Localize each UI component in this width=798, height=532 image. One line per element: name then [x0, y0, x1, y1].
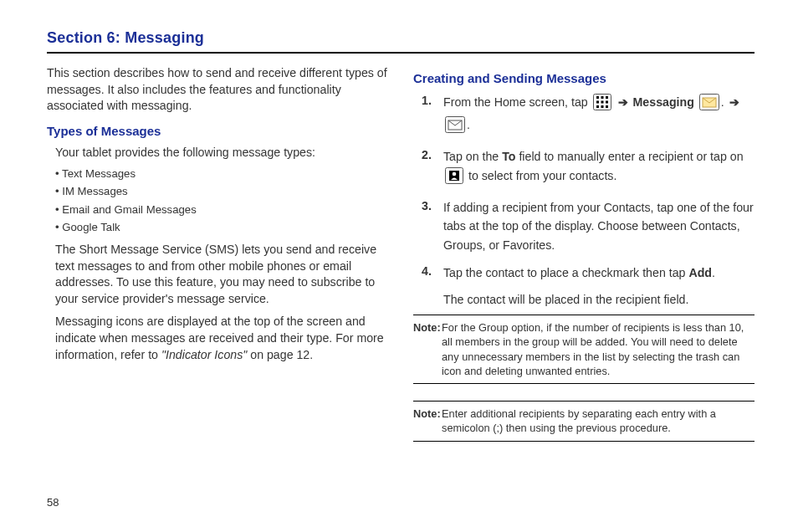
- types-heading: Types of Messages: [47, 123, 388, 141]
- manual-page: Section 6: Messaging This section descri…: [0, 0, 798, 532]
- title-rule: [47, 52, 755, 54]
- creating-heading: Creating and Sending Messages: [413, 70, 755, 88]
- step-body: Tap the contact to place a checkmark the…: [443, 263, 755, 283]
- types-lead: Your tablet provides the following messa…: [55, 145, 388, 161]
- two-column-layout: This section describes how to send and r…: [47, 65, 755, 447]
- svg-rect-8: [601, 105, 603, 108]
- arrow-icon: ➔: [729, 95, 739, 109]
- note-body: For the Group option, if the number of r…: [442, 320, 755, 378]
- note-1: Note: For the Group option, if the numbe…: [413, 320, 755, 378]
- intro-paragraph: This section describes how to send and r…: [47, 65, 388, 115]
- apps-grid-icon: [593, 94, 611, 116]
- svg-rect-2: [601, 96, 603, 99]
- note-2: Note: Enter additional recipients by sep…: [413, 407, 755, 436]
- note-body: Enter additional recipients by separatin…: [442, 407, 755, 436]
- step-number: 3.: [422, 198, 443, 255]
- note-label: Note:: [413, 320, 441, 335]
- note-rule: [413, 441, 755, 442]
- page-number: 58: [47, 496, 59, 509]
- bullet-item: • Text Messages: [55, 166, 388, 182]
- svg-rect-4: [596, 100, 599, 103]
- svg-rect-9: [606, 105, 608, 108]
- svg-rect-7: [596, 105, 599, 108]
- note-rule: [413, 315, 755, 315]
- section-title: Section 6: Messaging: [47, 29, 755, 47]
- svg-rect-1: [596, 96, 599, 99]
- step-4: 4. Tap the contact to place a checkmark …: [422, 263, 755, 283]
- indicator-icons-ref: "Indicator Icons": [161, 348, 247, 361]
- svg-point-16: [453, 172, 457, 176]
- svg-rect-3: [606, 96, 608, 99]
- step-1: 1. From the Home screen, tap ➔ Messaging…: [422, 93, 755, 139]
- sms-paragraph: The Short Message Service (SMS) lets you…: [55, 242, 388, 307]
- note-label: Note:: [413, 407, 441, 421]
- types-bullets: • Text Messages • IM Messages • Email an…: [55, 166, 388, 235]
- arrow-icon: ➔: [618, 95, 628, 109]
- step-body: From the Home screen, tap ➔ Messaging . …: [443, 93, 755, 139]
- messaging-envelope-icon: [699, 94, 719, 116]
- icons-paragraph: Messaging icons are displayed at the top…: [55, 314, 388, 363]
- step-number: 2.: [422, 147, 443, 189]
- svg-rect-6: [606, 100, 608, 103]
- messaging-label: Messaging: [633, 95, 694, 109]
- note-rule: [413, 383, 755, 384]
- step-number: 1.: [422, 93, 443, 139]
- period: .: [721, 95, 724, 109]
- note-rule: [413, 401, 755, 402]
- step-body: If adding a recipient from your Contacts…: [443, 198, 755, 255]
- step-3: 3. If adding a recipient from your Conta…: [422, 198, 755, 255]
- step-4-result: The contact will be placed in the recipi…: [443, 290, 755, 309]
- icons-para-b: on page 12.: [247, 348, 313, 361]
- step-number: 4.: [422, 263, 443, 283]
- bullet-item: • Email and Gmail Messages: [55, 202, 388, 217]
- contact-icon: [445, 167, 463, 190]
- compose-envelope-icon: [445, 116, 465, 139]
- period: .: [467, 118, 470, 131]
- right-column: Creating and Sending Messages 1. From th…: [413, 65, 755, 447]
- svg-rect-5: [601, 100, 603, 103]
- bullet-item: • IM Messages: [55, 184, 388, 199]
- step-body: Tap on the To field to manually enter a …: [443, 147, 755, 189]
- to-field-label: To: [502, 150, 515, 163]
- left-column: This section describes how to send and r…: [47, 65, 388, 447]
- add-label: Add: [688, 266, 712, 279]
- bullet-item: • Google Talk: [55, 220, 388, 235]
- step-2: 2. Tap on the To field to manually enter…: [422, 147, 755, 189]
